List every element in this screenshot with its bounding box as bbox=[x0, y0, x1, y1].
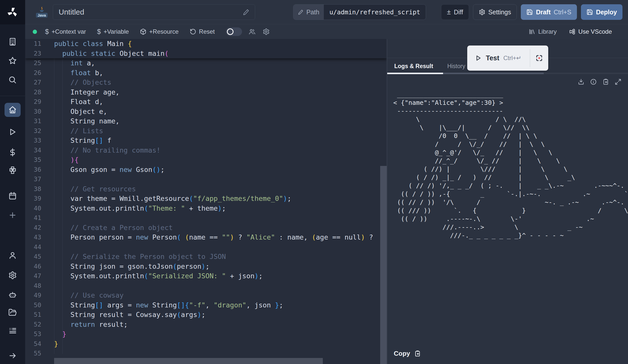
left-sidebar bbox=[0, 0, 25, 364]
draft-button-label: Draft bbox=[536, 9, 551, 16]
code-line[interactable]: 32 // Lists bbox=[25, 126, 387, 136]
sidebar-item-resources[interactable] bbox=[8, 166, 17, 175]
tab-logs-and-result[interactable]: Logs & Result bbox=[394, 63, 433, 70]
vertical-scrollbar[interactable] bbox=[380, 39, 387, 364]
sidebar-item-users[interactable] bbox=[8, 251, 17, 260]
sidebar-item-folders[interactable] bbox=[8, 308, 17, 317]
code-line[interactable]: 49 // Use cowsay bbox=[25, 291, 387, 300]
capture-scan-button[interactable] bbox=[530, 46, 548, 71]
code-line[interactable]: 53 } bbox=[25, 329, 387, 339]
code-line[interactable]: 54} bbox=[25, 339, 387, 349]
add-variable-button[interactable]: $ +Variable bbox=[97, 28, 129, 36]
test-button-main[interactable]: Test Ctrl+↵ bbox=[467, 46, 530, 71]
code-line[interactable]: 29 Float d, bbox=[25, 97, 387, 107]
code-line[interactable]: 51 String result = Cowsay.say(args); bbox=[25, 310, 387, 320]
code-line[interactable]: 46 String json = gson.toJson(person); bbox=[25, 262, 387, 271]
java-language-icon: Java bbox=[35, 7, 48, 18]
preview-panel: Test Ctrl+↵ Logs & Resul bbox=[387, 39, 628, 364]
diff-button[interactable]: ± Diff bbox=[441, 4, 469, 20]
code-line[interactable]: 25 int a, bbox=[25, 58, 387, 68]
sidebar-item-variables[interactable] bbox=[8, 148, 17, 157]
tab-history[interactable]: History bbox=[447, 63, 465, 70]
dollar-icon: $ bbox=[97, 28, 101, 36]
clipboard-copy-icon[interactable] bbox=[602, 78, 609, 85]
code-line[interactable]: 44 bbox=[25, 242, 387, 252]
workspace-building-icon[interactable] bbox=[8, 37, 17, 46]
sidebar-item-settings[interactable] bbox=[8, 271, 17, 280]
cowsay-result-text: ____________________________ < {"name":"… bbox=[393, 90, 628, 248]
code-line[interactable]: 48 bbox=[25, 281, 387, 291]
code-editor[interactable]: 11public class Main {23 public static Ob… bbox=[25, 39, 387, 364]
code-line[interactable]: 37 bbox=[25, 174, 387, 184]
path-label-segment: Path bbox=[293, 5, 324, 20]
diff-mode-toggle[interactable] bbox=[226, 27, 242, 36]
sidebar-item-schedules[interactable] bbox=[8, 192, 17, 200]
code-line[interactable]: 41 bbox=[25, 213, 387, 223]
code-line[interactable]: 28 Integer age, bbox=[25, 87, 387, 97]
code-line[interactable]: 39 var theme = Wmill.getResource("f/app_… bbox=[25, 194, 387, 204]
editor-toolbar: $ +Context var $ +Variable +Resource Res… bbox=[25, 24, 628, 39]
script-title-input[interactable]: Untitled bbox=[53, 4, 255, 20]
result-output: ____________________________ < {"name":"… bbox=[387, 89, 628, 347]
reset-rotate-icon bbox=[190, 28, 196, 35]
add-context-var-button[interactable]: $ +Context var bbox=[45, 28, 86, 36]
library-button[interactable]: Library bbox=[529, 28, 557, 35]
code-line[interactable]: 42 // Create a Person object bbox=[25, 223, 387, 233]
sidebar-item-list[interactable] bbox=[8, 326, 17, 335]
copy-result-button[interactable]: Copy bbox=[387, 347, 628, 364]
info-icon[interactable] bbox=[590, 78, 597, 85]
code-line[interactable]: 55 bbox=[25, 349, 387, 358]
code-line[interactable]: 23 public static Object main( bbox=[25, 49, 387, 59]
download-icon[interactable] bbox=[578, 78, 584, 85]
result-actions bbox=[387, 74, 628, 89]
draft-button[interactable]: Draft Ctrl+S bbox=[521, 4, 577, 20]
code-line[interactable]: 40 System.out.println("Theme: " + theme)… bbox=[25, 204, 387, 213]
code-line[interactable]: 35 ){ bbox=[25, 155, 387, 165]
code-lines[interactable]: 25 int a,26 float b,27 // Objects28 Inte… bbox=[25, 58, 387, 358]
sidebar-item-workers-bot-icon[interactable] bbox=[8, 290, 17, 299]
reset-button[interactable]: Reset bbox=[190, 28, 215, 35]
path-field[interactable]: Path u/admin/refreshed_script bbox=[293, 4, 426, 20]
sidebar-collapse-arrow-icon[interactable] bbox=[8, 351, 17, 360]
code-line[interactable]: 36 Gson gson = new Gson(); bbox=[25, 165, 387, 175]
horizontal-scrollbar[interactable] bbox=[54, 358, 323, 364]
code-line[interactable]: 43 Person person = new Person( (name == … bbox=[25, 233, 387, 242]
code-line[interactable]: 38 // Get resources bbox=[25, 184, 387, 194]
favorites-star-icon[interactable] bbox=[8, 56, 17, 65]
tab-underline-rest bbox=[443, 73, 544, 74]
sticky-scroll-header[interactable]: 11public class Main {23 public static Ob… bbox=[25, 39, 387, 58]
vscode-icon bbox=[569, 28, 575, 35]
expand-icon[interactable] bbox=[615, 78, 621, 85]
code-line[interactable]: 27 // Objects bbox=[25, 78, 387, 87]
test-shortcut: Ctrl+↵ bbox=[503, 55, 521, 62]
sidebar-item-home[interactable] bbox=[5, 103, 21, 117]
search-icon[interactable] bbox=[8, 76, 17, 84]
draft-shortcut: Ctrl+S bbox=[554, 9, 571, 16]
code-line[interactable]: 47 System.out.println("Serialized JSON: … bbox=[25, 271, 387, 281]
edit-title-pencil-icon[interactable] bbox=[243, 9, 249, 15]
vertical-scrollbar-thumb[interactable] bbox=[380, 166, 387, 364]
code-line[interactable]: 50 String[] args = new String[]{"-f", "d… bbox=[25, 300, 387, 310]
deploy-button[interactable]: Deploy bbox=[581, 4, 622, 20]
settings-button-label: Settings bbox=[488, 9, 511, 16]
settings-button[interactable]: Settings bbox=[473, 4, 517, 20]
code-line[interactable]: 31 String name, bbox=[25, 116, 387, 126]
path-value[interactable]: u/admin/refreshed_script bbox=[324, 5, 426, 20]
test-button[interactable]: Test Ctrl+↵ bbox=[467, 46, 548, 71]
clipboard-copy-icon bbox=[414, 350, 421, 357]
code-line[interactable]: 45 // Serialize the Person object to JSO… bbox=[25, 252, 387, 262]
code-line[interactable]: 26 float b, bbox=[25, 68, 387, 78]
code-line[interactable]: 11public class Main { bbox=[25, 39, 387, 49]
add-resource-button[interactable]: +Resource bbox=[140, 28, 179, 35]
editor-settings-gear-icon[interactable] bbox=[263, 28, 270, 35]
code-line[interactable]: 34 // No trailing commas! bbox=[25, 146, 387, 155]
windmill-logo[interactable] bbox=[0, 0, 25, 24]
code-line[interactable]: 52 return result; bbox=[25, 320, 387, 330]
scan-target-icon bbox=[535, 54, 543, 62]
sidebar-item-add[interactable] bbox=[8, 211, 17, 219]
code-line[interactable]: 33 String[] f bbox=[25, 136, 387, 146]
code-line[interactable]: 30 Object e, bbox=[25, 107, 387, 117]
multiplayer-users-icon[interactable] bbox=[249, 28, 256, 35]
sidebar-item-runs[interactable] bbox=[8, 128, 17, 136]
use-vscode-button[interactable]: Use VScode bbox=[569, 28, 612, 35]
